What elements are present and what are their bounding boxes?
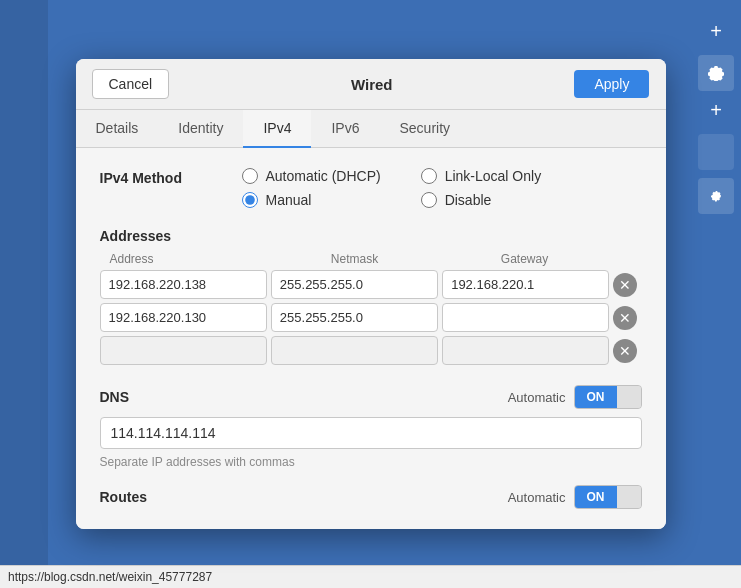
col-gateway: Gateway bbox=[442, 252, 608, 266]
addr-row-1: ✕ bbox=[100, 270, 642, 299]
method-dhcp-radio[interactable] bbox=[242, 168, 258, 184]
dns-toggle[interactable]: ON bbox=[574, 385, 642, 409]
addr-col-headers: Address Netmask Gateway bbox=[100, 252, 642, 266]
tab-details[interactable]: Details bbox=[76, 110, 159, 148]
url-bar: https://blog.csdn.net/weixin_45777287 bbox=[0, 565, 741, 588]
dialog-content: IPv4 Method Automatic (DHCP) Link-Local … bbox=[76, 148, 666, 529]
routes-toggle-on[interactable]: ON bbox=[575, 486, 617, 508]
addr-1-gateway[interactable] bbox=[442, 270, 609, 299]
addr-2-gateway[interactable] bbox=[442, 303, 609, 332]
routes-toggle[interactable]: ON bbox=[574, 485, 642, 509]
routes-header-row: Routes Automatic ON bbox=[100, 485, 642, 509]
method-manual-radio[interactable] bbox=[242, 192, 258, 208]
left-sidebar bbox=[0, 0, 48, 588]
settings-icon-btn[interactable] bbox=[698, 55, 734, 91]
dns-input[interactable] bbox=[100, 417, 642, 449]
apply-button[interactable]: Apply bbox=[574, 70, 649, 98]
routes-label: Routes bbox=[100, 489, 147, 505]
tab-bar: Details Identity IPv4 IPv6 Security bbox=[76, 110, 666, 148]
dns-auto-text: Automatic bbox=[508, 390, 566, 405]
dns-header-row: DNS Automatic ON bbox=[100, 385, 642, 409]
method-dhcp[interactable]: Automatic (DHCP) bbox=[242, 168, 381, 184]
method-options: Automatic (DHCP) Link-Local Only Manual … bbox=[242, 168, 560, 208]
tab-identity[interactable]: Identity bbox=[158, 110, 243, 148]
method-label: IPv4 Method bbox=[100, 168, 210, 186]
addr-3-netmask[interactable] bbox=[271, 336, 438, 365]
placeholder-box-1 bbox=[698, 134, 734, 170]
tab-ipv4[interactable]: IPv4 bbox=[243, 110, 311, 148]
routes-section: Routes Automatic ON bbox=[100, 485, 642, 509]
tab-security[interactable]: Security bbox=[379, 110, 470, 148]
method-link-local[interactable]: Link-Local Only bbox=[421, 168, 560, 184]
addr-3-gateway[interactable] bbox=[442, 336, 609, 365]
dns-toggle-on[interactable]: ON bbox=[575, 386, 617, 408]
dns-label: DNS bbox=[100, 389, 130, 405]
addr-row-2: ✕ bbox=[100, 303, 642, 332]
dns-auto-toggle-row: Automatic ON bbox=[508, 385, 642, 409]
addr-1-netmask[interactable] bbox=[271, 270, 438, 299]
url-text: https://blog.csdn.net/weixin_45777287 bbox=[8, 570, 212, 584]
addr-1-address[interactable] bbox=[100, 270, 267, 299]
right-sidebar: + + bbox=[691, 0, 741, 588]
addr-3-address[interactable] bbox=[100, 336, 267, 365]
dialog-title: Wired bbox=[351, 76, 393, 93]
routes-toggle-off[interactable] bbox=[617, 486, 641, 508]
dns-hint: Separate IP addresses with commas bbox=[100, 455, 642, 469]
routes-auto-text: Automatic bbox=[508, 490, 566, 505]
addr-row-3: ✕ bbox=[100, 336, 642, 365]
add-icon-2[interactable]: + bbox=[710, 99, 722, 122]
method-disable-radio[interactable] bbox=[421, 192, 437, 208]
cancel-button[interactable]: Cancel bbox=[92, 69, 170, 99]
addr-2-address[interactable] bbox=[100, 303, 267, 332]
addr-2-remove[interactable]: ✕ bbox=[613, 306, 637, 330]
method-link-local-radio[interactable] bbox=[421, 168, 437, 184]
dialog: Cancel Wired Apply Details Identity IPv4… bbox=[76, 59, 666, 529]
addresses-section: Addresses Address Netmask Gateway ✕ ✕ bbox=[100, 228, 642, 365]
addresses-header: Addresses bbox=[100, 228, 642, 244]
routes-auto-toggle-row: Automatic ON bbox=[508, 485, 642, 509]
addr-2-netmask[interactable] bbox=[271, 303, 438, 332]
addr-3-remove[interactable]: ✕ bbox=[613, 339, 637, 363]
method-disable[interactable]: Disable bbox=[421, 192, 560, 208]
add-icon[interactable]: + bbox=[710, 20, 722, 43]
ipv4-method-section: IPv4 Method Automatic (DHCP) Link-Local … bbox=[100, 168, 642, 208]
col-address: Address bbox=[102, 252, 268, 266]
addr-1-remove[interactable]: ✕ bbox=[613, 273, 637, 297]
dns-toggle-off[interactable] bbox=[617, 386, 641, 408]
title-bar: Cancel Wired Apply bbox=[76, 59, 666, 110]
settings-icon-btn-2[interactable] bbox=[698, 178, 734, 214]
dns-section: DNS Automatic ON Separate IP addresses w… bbox=[100, 385, 642, 469]
col-netmask: Netmask bbox=[272, 252, 438, 266]
method-manual[interactable]: Manual bbox=[242, 192, 381, 208]
tab-ipv6[interactable]: IPv6 bbox=[311, 110, 379, 148]
